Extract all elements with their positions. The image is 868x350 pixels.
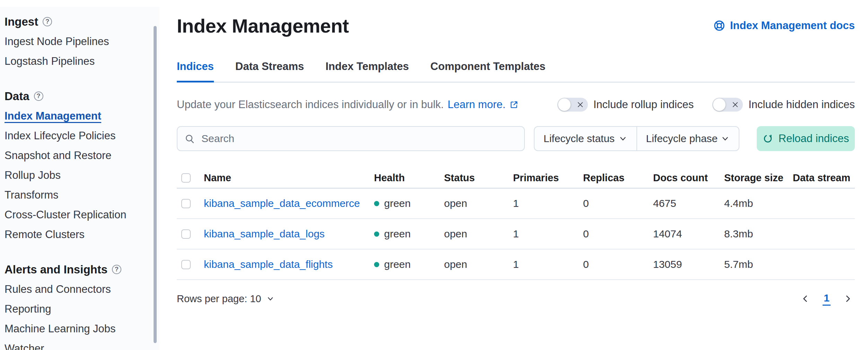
toggle-label[interactable]: Include rollup indices [593,98,694,111]
replicas-cell: 0 [583,228,653,240]
replicas-cell: 0 [583,198,653,209]
docs-count-cell: 14074 [653,228,724,240]
rows-per-page-button[interactable]: Rows per page: 10 [177,293,275,305]
search-input[interactable] [201,132,517,145]
col-header-storage-size[interactable]: Storage size [724,172,793,184]
switch-knob [713,98,726,111]
status-cell: open [444,198,513,209]
filter-group: Lifecycle status Lifecycle phase [534,126,739,151]
col-header-primaries[interactable]: Primaries [513,172,583,184]
primaries-cell: 1 [513,228,583,240]
col-header-name[interactable]: Name [204,172,374,184]
sidebar-item-logstash-pipelines[interactable]: Logstash Pipelines [5,51,159,71]
sidebar: Ingest ? Ingest Node Pipelines Logstash … [0,7,159,350]
sidebar-item-cross-cluster-replication[interactable]: Cross-Cluster Replication [5,205,159,225]
health-dot-icon [374,231,379,237]
col-header-health[interactable]: Health [374,172,444,184]
chevron-right-icon[interactable] [841,292,855,306]
sidebar-item-ingest-node-pipelines[interactable]: Ingest Node Pipelines [5,32,159,51]
magnifier-icon [184,133,195,144]
sidebar-item-transforms[interactable]: Transforms [5,185,159,205]
table-row: kibana_sample_data_flights green open 1 … [177,250,855,280]
sidebar-scrollbar[interactable] [154,26,157,343]
health-cell: green [374,198,444,209]
question-circle-icon[interactable]: ? [34,91,43,101]
sidebar-item-index-lifecycle-policies[interactable]: Index Lifecycle Policies [5,126,159,146]
rows-per-page-label: Rows per page: 10 [177,293,261,305]
question-circle-icon[interactable]: ? [112,265,121,274]
section-title-alerts-insights: Alerts and Insights [5,263,107,276]
tab-index-templates[interactable]: Index Templates [326,60,409,82]
sidebar-item-index-management[interactable]: Index Management [5,106,159,126]
rollup-switch[interactable] [557,98,588,112]
sidebar-item-reporting[interactable]: Reporting [5,299,159,319]
storage-size-cell: 8.3mb [724,228,793,240]
cross-icon [576,101,584,108]
health-dot-icon [374,201,379,206]
row-checkbox[interactable] [181,229,191,239]
hidden-switch[interactable] [712,98,743,112]
index-name-link[interactable]: kibana_sample_data_flights [204,259,374,270]
sidebar-item-snapshot-and-restore[interactable]: Snapshot and Restore [5,146,159,165]
health-label: green [384,228,411,240]
primaries-cell: 1 [513,198,583,209]
col-header-data-stream[interactable]: Data stream [793,172,855,184]
table-row: kibana_sample_data_logs green open 1 0 1… [177,219,855,250]
sidebar-item-rollup-jobs[interactable]: Rollup Jobs [5,165,159,185]
main-content: Index Management Index Manage [159,0,868,350]
filter-label: Lifecycle phase [646,133,718,145]
row-checkbox[interactable] [181,199,191,208]
health-dot-icon [374,262,379,267]
question-circle-icon[interactable]: ? [43,17,52,26]
section-title-data: Data [5,90,29,103]
sidebar-section-ingest: Ingest ? Ingest Node Pipelines Logstash … [5,12,159,71]
chevron-left-icon[interactable] [798,292,812,306]
docs-link-label: Index Management docs [730,19,855,32]
table-row: kibana_sample_data_ecommerce green open … [177,189,855,219]
sidebar-item-rules-and-connectors[interactable]: Rules and Connectors [5,279,159,299]
docs-link[interactable]: Index Management docs [713,19,855,32]
health-cell: green [374,228,444,240]
col-header-docs-count[interactable]: Docs count [653,172,724,184]
tab-component-templates[interactable]: Component Templates [431,60,546,82]
filter-label: Lifecycle status [544,133,615,145]
sidebar-item-remote-clusters[interactable]: Remote Clusters [5,225,159,244]
toggle-include-rollup: Include rollup indices [557,98,694,112]
col-header-status[interactable]: Status [444,172,513,184]
sidebar-section-header: Data ? [5,86,159,106]
select-all-checkbox[interactable] [181,173,191,183]
page-number-1[interactable]: 1 [823,292,831,306]
index-name-link[interactable]: kibana_sample_data_ecommerce [204,198,374,209]
controls-row: Lifecycle status Lifecycle phase [177,126,855,151]
health-cell: green [374,259,444,270]
sidebar-item-machine-learning-jobs[interactable]: Machine Learning Jobs [5,319,159,339]
primaries-cell: 1 [513,259,583,270]
health-label: green [384,198,411,209]
index-name-link[interactable]: kibana_sample_data_logs [204,228,374,240]
replicas-cell: 0 [583,259,653,270]
refresh-icon [763,133,773,144]
row-checkbox[interactable] [181,260,191,269]
filter-lifecycle-phase[interactable]: Lifecycle phase [636,127,739,150]
reload-indices-button[interactable]: Reload indices [757,126,855,151]
indices-table: Name Health Status Primaries Replicas Do… [177,168,855,280]
tab-indices[interactable]: Indices [177,60,214,82]
sidebar-item-watcher[interactable]: Watcher [5,339,159,350]
toggle-label[interactable]: Include hidden indices [748,98,855,111]
page-description: Update your Elasticsearch indices indivi… [177,98,519,111]
sidebar-section-alerts-insights: Alerts and Insights ? Rules and Connecto… [5,260,159,350]
col-header-replicas[interactable]: Replicas [583,172,653,184]
sidebar-section-header: Alerts and Insights ? [5,260,159,279]
tab-bar: Indices Data Streams Index Templates Com… [177,60,855,82]
learn-more-link[interactable]: Learn more. [448,98,505,111]
external-link-icon [509,100,519,110]
description-text: Update your Elasticsearch indices indivi… [177,98,444,111]
filter-lifecycle-status[interactable]: Lifecycle status [535,127,636,150]
section-title-ingest: Ingest [5,15,38,28]
toggle-group: Include rollup indices [557,98,855,112]
storage-size-cell: 5.7mb [724,259,793,270]
status-cell: open [444,259,513,270]
sidebar-section-data: Data ? Index Management Index Lifecycle … [5,86,159,244]
chevron-down-icon [266,295,275,303]
tab-data-streams[interactable]: Data Streams [235,60,304,82]
